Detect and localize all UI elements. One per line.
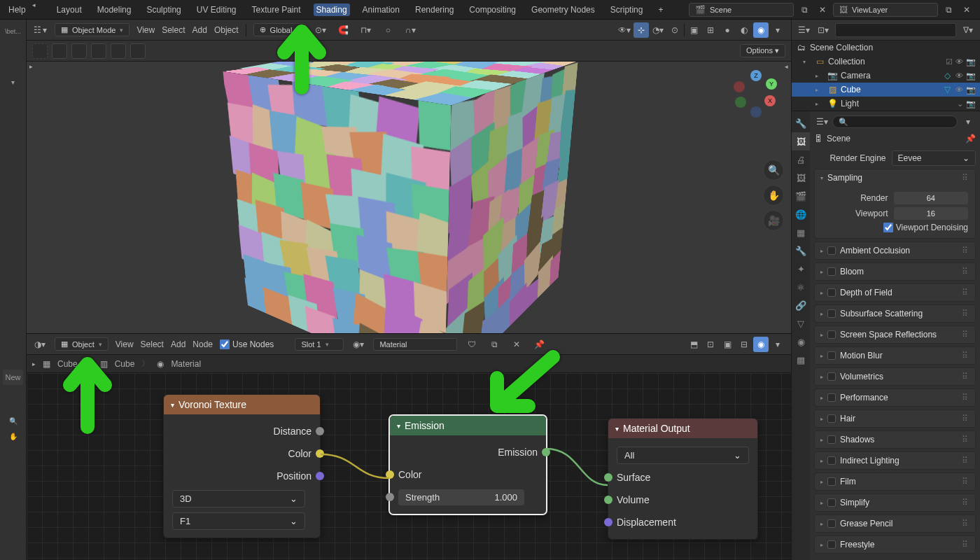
shading-wireframe[interactable]: ⊞ xyxy=(703,22,718,38)
eye-icon[interactable]: 👁 xyxy=(955,85,963,94)
proportional-falloff[interactable]: ∩▾ xyxy=(402,22,418,38)
prop-tab-render[interactable]: 🖼 xyxy=(792,132,810,150)
render-icon[interactable]: 📷 xyxy=(966,71,976,80)
render-engine-select[interactable]: Eevee⌄ xyxy=(892,150,976,166)
bc-cube-2[interactable]: Cube xyxy=(115,359,135,369)
sel-mode-1[interactable] xyxy=(52,43,67,59)
outliner-search[interactable] xyxy=(835,23,956,37)
snap-dropdown[interactable]: ⊓▾ xyxy=(358,22,373,38)
new-button[interactable]: New xyxy=(3,370,23,385)
panel-screen space reflections[interactable]: ▸Screen Space Reflections⠿ xyxy=(815,326,975,343)
viewport-denoising-checkbox[interactable]: Viewport Denoising xyxy=(883,223,968,232)
show-gizmo-icon[interactable]: 👁▾ xyxy=(617,22,632,38)
3d-viewport[interactable]: ▸ ◂ Y Z X 🔍 ✋ 🎥 xyxy=(27,62,791,333)
select-box-icon[interactable] xyxy=(32,43,48,59)
render-icon[interactable]: 📷 xyxy=(966,99,976,108)
outliner-collection[interactable]: ▾▭Collection ☑👁📷 xyxy=(792,55,980,69)
snap-toggle[interactable]: 🧲 xyxy=(335,22,351,38)
sel-mode-2[interactable] xyxy=(71,43,87,59)
axis-neg-z[interactable] xyxy=(750,106,762,118)
socket-surface-in[interactable] xyxy=(604,473,612,482)
panel-depth of field[interactable]: ▸Depth of Field⠿ xyxy=(815,284,975,301)
props-type-icon[interactable]: ☰▾ xyxy=(814,114,830,130)
tab-animation[interactable]: Animation xyxy=(360,4,402,16)
socket-color-in[interactable] xyxy=(386,470,394,479)
tab-layout[interactable]: Layout xyxy=(54,4,85,16)
prop-tab-data[interactable]: ▽ xyxy=(792,314,810,332)
node-canvas[interactable]: ▾Voronoi Texture Distance Color Position… xyxy=(27,373,791,560)
new-viewlayer-icon[interactable]: ⧉ xyxy=(941,2,956,18)
tab-geometrynodes[interactable]: Geometry Nodes xyxy=(528,4,598,16)
ne-icon-4[interactable]: ⊟ xyxy=(736,337,752,352)
voronoi-dimensions-select[interactable]: 3D⌄ xyxy=(172,490,305,507)
ne-dropdown-icon[interactable]: ▾ xyxy=(770,337,785,352)
proportional-edit[interactable]: ○ xyxy=(380,22,396,38)
ne-snap-icon[interactable]: ⬒ xyxy=(686,337,701,352)
vp-menu-select[interactable]: Select xyxy=(162,25,185,35)
panel-film[interactable]: ▸Film⠿ xyxy=(815,473,975,490)
axis-y[interactable]: Y xyxy=(766,78,777,90)
tab-rendering[interactable]: Rendering xyxy=(412,4,456,16)
ne-menu-view[interactable]: View xyxy=(115,340,134,349)
panel-bloom[interactable]: ▸Bloom⠿ xyxy=(815,263,975,280)
vp-menu-add[interactable]: Add xyxy=(192,25,207,35)
slot-dropdown[interactable]: Slot 1▾ xyxy=(295,338,344,351)
vp-menu-view[interactable]: View xyxy=(136,25,155,35)
tab-sculpting[interactable]: Sculpting xyxy=(144,4,183,16)
scene-selector[interactable]: 🎬 Scene xyxy=(689,3,794,17)
shading-solid[interactable]: ● xyxy=(720,22,735,38)
strength-slider[interactable]: Strength1.000 xyxy=(398,489,524,505)
eye-icon[interactable]: 👁 xyxy=(955,71,963,80)
viewlayer-selector[interactable]: 🖼 ViewLayer xyxy=(833,3,938,17)
sel-mode-5[interactable] xyxy=(130,43,146,59)
bc-collapse-right[interactable]: ◂ xyxy=(32,1,36,8)
overlays-dropdown[interactable]: ◔▾ xyxy=(650,22,666,38)
material-name-field[interactable]: Material xyxy=(373,338,457,351)
outliner-type-icon[interactable]: ☰▾ xyxy=(796,22,811,38)
panel-subsurface scattering[interactable]: ▸Subsurface Scattering⠿ xyxy=(815,305,975,322)
node-voronoi[interactable]: ▾Voronoi Texture Distance Color Position… xyxy=(163,394,321,538)
pivot-dropdown[interactable]: ⊙▾ xyxy=(313,22,328,38)
output-target-select[interactable]: All⌄ xyxy=(617,447,749,464)
outliner-root[interactable]: 🗂Scene Collection xyxy=(792,41,980,55)
sel-mode-3[interactable] xyxy=(91,43,106,59)
node-emission[interactable]: ▾Emission Emission Color Strength1.000 xyxy=(389,415,547,514)
prop-tab-world[interactable]: 🌐 xyxy=(792,205,810,223)
axis-neg-x[interactable] xyxy=(734,81,745,92)
panel-motion blur[interactable]: ▸Motion Blur⠿ xyxy=(815,347,975,364)
panel-performance[interactable]: ▸Performance⠿ xyxy=(815,389,975,406)
shading-matprev[interactable]: ◐ xyxy=(736,22,752,38)
vp-menu-object[interactable]: Object xyxy=(214,25,239,35)
prop-tab-physics[interactable]: ⚛ xyxy=(792,278,810,296)
panel-simplify[interactable]: ▸Simplify⠿ xyxy=(815,494,975,511)
socket-position[interactable] xyxy=(316,472,324,480)
panel-hair[interactable]: ▸Hair⠿ xyxy=(815,410,975,427)
tab-texturepaint[interactable]: Texture Paint xyxy=(249,4,304,16)
ne-menu-select[interactable]: Select xyxy=(141,340,164,349)
checkbox-icon[interactable]: ☑ xyxy=(946,57,953,66)
prop-tab-object[interactable]: ▦ xyxy=(792,223,810,241)
voronoi-feature-select[interactable]: F1⌄ xyxy=(172,512,305,530)
prop-tab-output[interactable]: 🖨 xyxy=(792,150,810,169)
outliner-item-cube[interactable]: ▸▨Cube▽ 👁📷 xyxy=(792,83,980,97)
ne-menu-node[interactable]: Node xyxy=(192,340,213,349)
axis-z[interactable]: Z xyxy=(750,70,762,81)
prop-tab-constraint[interactable]: 🔗 xyxy=(792,296,810,314)
nav-gizmo[interactable]: Y Z X xyxy=(731,73,780,122)
ne-shader-type-icon[interactable]: ◉ xyxy=(753,337,769,352)
new-material-icon[interactable]: ⧉ xyxy=(486,337,502,352)
shading-dropdown[interactable]: ▾ xyxy=(770,22,785,38)
panel-grease pencil[interactable]: ▸Grease Pencil⠿ xyxy=(815,515,975,532)
outliner-display-icon[interactable]: ⊡▾ xyxy=(816,22,831,38)
vp-camera-icon[interactable]: 🎥 xyxy=(763,210,784,231)
prop-tab-texture[interactable]: ▩ xyxy=(792,351,810,369)
vp-zoom-icon[interactable]: 🔍 xyxy=(763,160,784,181)
render-icon[interactable]: 📷 xyxy=(966,57,976,66)
node-mode-dropdown[interactable]: ▦ Object ▾ xyxy=(55,337,108,351)
close-viewlayer-icon[interactable]: ✕ xyxy=(959,2,974,18)
tab-compositing[interactable]: Compositing xyxy=(466,4,519,16)
tab-modeling[interactable]: Modeling xyxy=(94,4,134,16)
render-samples-field[interactable]: 64 xyxy=(894,192,969,204)
use-nodes-checkbox[interactable]: Use Nodes xyxy=(220,340,274,349)
overlays-toggle[interactable]: ⊙ xyxy=(667,22,682,38)
